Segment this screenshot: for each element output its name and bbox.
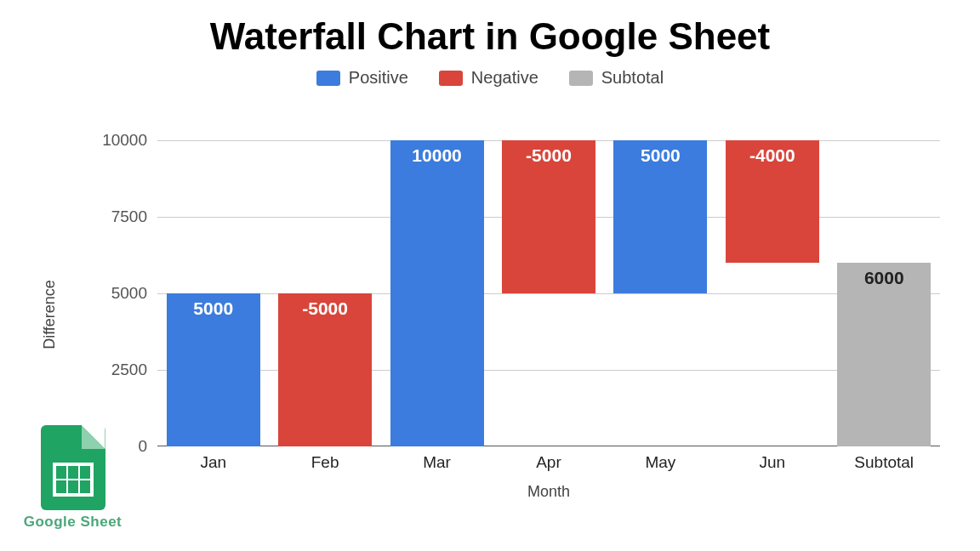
x-tick: Feb <box>278 453 372 472</box>
bar-positive: 5000 <box>613 140 707 293</box>
bar-slot: 6000Subtotal <box>837 140 931 446</box>
bar-slot: 5000May <box>613 140 707 446</box>
bar-positive: 10000 <box>390 140 484 446</box>
x-tick: Subtotal <box>837 453 931 472</box>
plot-area: 10000 7500 5000 2500 0 5000Jan-5000Feb10… <box>157 140 940 446</box>
x-tick: Jan <box>167 453 260 472</box>
bar-value-label: 5000 <box>613 145 707 166</box>
bar-value-label: 5000 <box>167 298 260 319</box>
legend-swatch-negative <box>439 71 463 86</box>
sheets-caption: Google Sheet <box>15 514 130 531</box>
chart-legend: Positive Negative Subtotal <box>0 68 980 88</box>
legend-item-subtotal: Subtotal <box>569 68 664 88</box>
sheets-icon <box>41 425 105 510</box>
chart-area: Difference 10000 7500 5000 2500 0 5000Ja… <box>60 128 961 502</box>
legend-swatch-positive <box>316 71 340 86</box>
legend-label: Subtotal <box>601 68 664 88</box>
chart-title: Waterfall Chart in Google Sheet <box>0 15 980 58</box>
bar-value-label: 10000 <box>390 145 484 166</box>
y-tick: 2500 <box>111 361 147 379</box>
x-tick: Mar <box>390 453 484 472</box>
y-tick: 5000 <box>111 284 147 303</box>
x-tick: May <box>613 453 707 472</box>
bar-value-label: -5000 <box>502 145 595 166</box>
legend-label: Positive <box>349 68 408 88</box>
legend-item-positive: Positive <box>316 68 408 88</box>
bar-slot: -5000Apr <box>502 140 595 446</box>
y-tick: 7500 <box>111 207 147 226</box>
x-axis-label: Month <box>157 483 940 501</box>
bar-value-label: 6000 <box>837 268 931 288</box>
bar-slot: 5000Jan <box>167 140 260 446</box>
bar-subtotal: 6000 <box>837 263 931 446</box>
y-tick: 10000 <box>102 131 147 150</box>
bar-value-label: -5000 <box>278 298 372 319</box>
bar-value-label: -4000 <box>726 145 819 166</box>
legend-label: Negative <box>471 68 538 88</box>
bar-negative: -4000 <box>726 140 819 263</box>
legend-swatch-subtotal <box>569 71 593 86</box>
x-tick: Jun <box>726 453 819 472</box>
google-sheets-logo: Google Sheet <box>15 425 130 531</box>
y-tick: 0 <box>138 437 147 456</box>
bar-negative: -5000 <box>502 140 595 293</box>
bar-slot: -4000Jun <box>726 140 819 446</box>
bar-negative: -5000 <box>278 293 372 446</box>
x-tick: Apr <box>502 453 595 472</box>
bar-slot: 10000Mar <box>390 140 484 446</box>
bar-positive: 5000 <box>167 293 260 446</box>
bar-slot: -5000Feb <box>278 140 372 446</box>
y-axis-label: Difference <box>41 280 59 349</box>
legend-item-negative: Negative <box>439 68 538 88</box>
